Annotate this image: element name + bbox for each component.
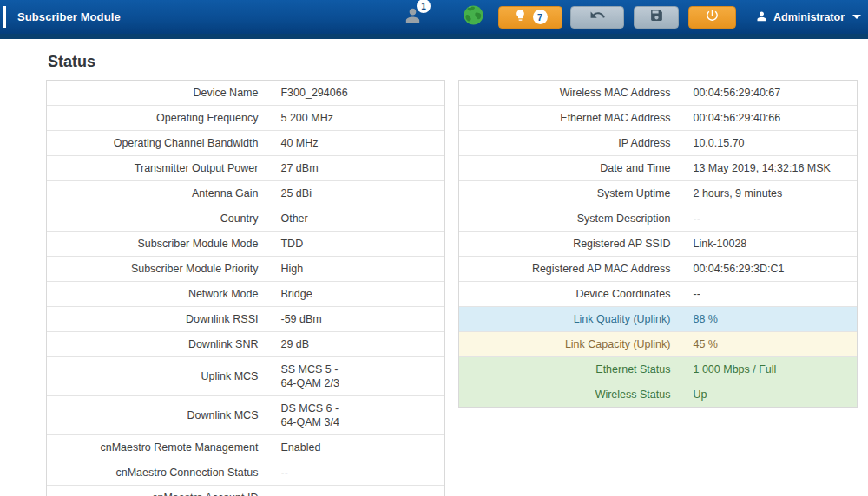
table-row: Date and Time 13 May 2019, 14:32:16 MSK [459, 155, 857, 180]
lightbulb-icon [514, 9, 527, 25]
row-value: -- [681, 282, 857, 306]
table-row-ethernet-status: Ethernet Status 1 000 Mbps / Full [459, 356, 857, 382]
row-label: Registered AP SSID [459, 232, 681, 256]
row-value: Enabled [269, 435, 444, 460]
table-row: Antenna Gain 25 dBi [47, 180, 444, 206]
row-value: Bridge [269, 282, 444, 306]
username-label: Administrator [773, 11, 845, 23]
table-row-wireless-status: Wireless Status Up [459, 382, 857, 407]
table-row: Registered AP SSID Link-10028 [459, 231, 857, 256]
row-label: Link Capacity (Uplink) [459, 332, 681, 356]
row-value: 00:04:56:29:40:67 [681, 81, 857, 105]
row-value: -59 dBm [269, 307, 444, 331]
row-label: IP Address [459, 131, 681, 155]
status-page: Status Device Name F300_294066 Operating… [0, 39, 868, 496]
row-label: System Uptime [459, 181, 681, 206]
table-row: Registered AP MAC Address 00:04:56:29:3D… [459, 256, 857, 281]
notification-user-button[interactable]: 1 [403, 5, 423, 29]
row-value: 88 % [681, 307, 857, 331]
table-row: Country Other [47, 206, 444, 231]
row-value: -- [269, 486, 444, 496]
undo-button[interactable] [570, 6, 624, 29]
row-label: Wireless MAC Address [459, 81, 681, 105]
row-label: Link Quality (Uplink) [459, 307, 681, 331]
tips-count-badge: 7 [533, 10, 548, 24]
table-row: Subscriber Module Priority High [47, 256, 444, 281]
power-button[interactable] [688, 6, 736, 29]
table-row: Operating Channel Bandwidth 40 MHz [47, 130, 444, 155]
row-label: Operating Channel Bandwidth [47, 131, 269, 155]
table-row: Wireless MAC Address 00:04:56:29:40:67 [459, 81, 857, 105]
row-value: 00:04:56:29:3D:C1 [681, 257, 857, 281]
row-label: Subscriber Module Priority [47, 257, 269, 281]
row-label: Downlink RSSI [47, 307, 269, 331]
table-row: Device Name F300_294066 [47, 81, 444, 105]
row-label: Device Name [47, 81, 269, 105]
undo-icon [589, 7, 606, 27]
user-menu[interactable]: Administrator [755, 10, 861, 25]
table-row: Operating Frequency 5 200 MHz [47, 105, 444, 130]
table-row: Network Mode Bridge [47, 281, 444, 306]
row-label: Country [47, 206, 269, 231]
row-value: 2 hours, 9 minutes [681, 181, 857, 206]
row-label: Ethernet Status [459, 357, 681, 382]
row-value: 40 MHz [269, 131, 444, 155]
row-label: cnMaestro Account ID [47, 486, 269, 496]
table-row: IP Address 10.0.15.70 [459, 130, 857, 155]
caret-down-icon [852, 15, 861, 19]
row-value: TDD [269, 232, 444, 256]
row-value: -- [269, 460, 444, 485]
table-row: Transmitter Output Power 27 dBm [47, 155, 444, 180]
device-status-table: Device Name F300_294066 Operating Freque… [46, 80, 445, 496]
row-value: Other [269, 206, 444, 231]
row-label: cnMaestro Remote Management [47, 435, 269, 460]
row-value: 25 dBi [269, 181, 444, 206]
network-status-table: Wireless MAC Address 00:04:56:29:40:67 E… [458, 80, 858, 408]
table-row: Downlink MCS DS MCS 6 -64-QAM 3/4 [47, 395, 444, 434]
row-value: Up [681, 382, 857, 407]
table-row: Downlink SNR 29 dB [47, 331, 444, 356]
table-row: System Description -- [459, 206, 857, 231]
row-label: System Description [459, 206, 681, 231]
row-label: Device Coordinates [459, 282, 681, 306]
row-value: SS MCS 5 -64-QAM 2/3 [269, 357, 444, 395]
row-value: 45 % [681, 332, 857, 356]
row-value: 5 200 MHz [269, 106, 444, 130]
tips-button[interactable]: 7 [498, 6, 562, 29]
globe-icon [463, 4, 484, 29]
row-label: Ethernet MAC Address [459, 106, 681, 130]
row-label: Wireless Status [459, 382, 681, 407]
row-value: 29 dB [269, 332, 444, 356]
row-value: Link-10028 [681, 232, 857, 256]
row-value: 1 000 Mbps / Full [681, 357, 857, 382]
notification-count-badge: 1 [417, 0, 431, 13]
row-label: Transmitter Output Power [47, 156, 269, 180]
language-globe-button[interactable] [463, 4, 484, 29]
topbar-bottom-band [0, 34, 868, 39]
table-row: cnMaestro Account ID -- [47, 485, 444, 496]
table-row-link-quality: Link Quality (Uplink) 88 % [459, 306, 857, 331]
top-bar: Subscriber Module 1 [0, 0, 868, 39]
row-value: 13 May 2019, 14:32:16 MSK [681, 156, 857, 180]
row-label: Downlink SNR [47, 332, 269, 356]
save-icon [649, 8, 664, 26]
table-row: cnMaestro Connection Status -- [47, 460, 444, 485]
table-row: Subscriber Module Mode TDD [47, 231, 444, 256]
row-value: 27 dBm [269, 156, 444, 180]
row-label: Date and Time [459, 156, 681, 180]
page-title: Status [48, 53, 858, 71]
row-value: DS MCS 6 -64-QAM 3/4 [269, 396, 444, 434]
row-label: Antenna Gain [47, 181, 269, 206]
row-label: Uplink MCS [47, 364, 269, 388]
row-label: Registered AP MAC Address [459, 257, 681, 281]
row-value: F300_294066 [269, 81, 444, 105]
table-row: Uplink MCS SS MCS 5 -64-QAM 2/3 [47, 356, 444, 395]
row-value: -- [681, 206, 857, 231]
row-label: Operating Frequency [47, 106, 269, 130]
user-icon [755, 10, 768, 25]
page-module-title: Subscriber Module [17, 10, 121, 23]
sidebar-accent-bar [3, 6, 6, 28]
row-label: Subscriber Module Mode [47, 232, 269, 256]
table-row: System Uptime 2 hours, 9 minutes [459, 180, 857, 206]
save-button[interactable] [634, 6, 679, 29]
